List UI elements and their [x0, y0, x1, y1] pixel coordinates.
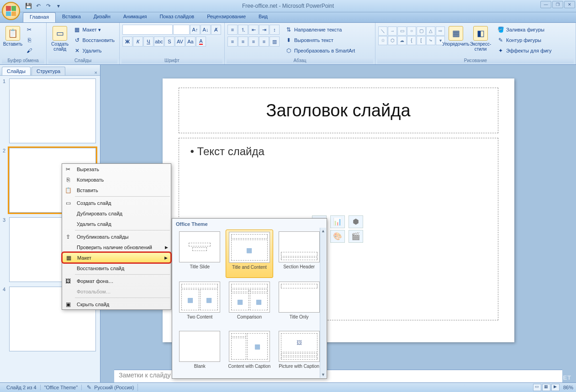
- shape-star-icon[interactable]: ☆: [378, 36, 387, 45]
- line-spacing-button[interactable]: ↕: [270, 25, 280, 35]
- status-language[interactable]: ✎ Русский (Россия): [82, 384, 138, 391]
- layout-title-content[interactable]: Title and Content: [226, 230, 274, 278]
- layout-button[interactable]: ▦Макет ▾: [72, 25, 116, 35]
- shapes-gallery[interactable]: ＼→▭○▢△⇨ ☆⬡☁{[⤷▾: [378, 25, 445, 45]
- decrease-indent-button[interactable]: ⇤: [248, 25, 259, 35]
- shape-brace-icon[interactable]: {: [407, 36, 416, 45]
- insert-clipart-icon[interactable]: 🎨: [330, 230, 345, 243]
- panel-tab-slides[interactable]: Слайды: [2, 67, 31, 75]
- reset-button[interactable]: ↺Восстановить: [72, 35, 116, 45]
- tab-slideshow[interactable]: Показ слайдов: [153, 12, 201, 22]
- arrange-button[interactable]: ▦ Упорядочить: [446, 25, 466, 47]
- increase-indent-button[interactable]: ⇥: [259, 25, 269, 35]
- insert-smartart-icon[interactable]: ⬢: [349, 215, 363, 228]
- font-color-button[interactable]: A: [196, 37, 206, 47]
- maximize-button[interactable]: ❐: [552, 1, 563, 8]
- panel-tab-outline[interactable]: Структура: [32, 67, 65, 75]
- shape-rect-icon[interactable]: ▭: [397, 26, 407, 36]
- shadow-button[interactable]: S: [164, 37, 174, 47]
- shape-arrow-icon[interactable]: →: [388, 26, 397, 36]
- justify-button[interactable]: ≡: [259, 37, 269, 47]
- sorter-view-button[interactable]: ▦: [542, 384, 550, 391]
- layout-title-slide[interactable]: Title Slide: [176, 230, 224, 278]
- slide-thumbnail-1[interactable]: [9, 78, 96, 143]
- text-direction-button[interactable]: ⇅Направление текста: [283, 25, 357, 35]
- strike-button[interactable]: abc: [154, 37, 164, 47]
- shrink-font-button[interactable]: A↓: [201, 25, 211, 35]
- normal-view-button[interactable]: ▭: [533, 384, 541, 391]
- shape-hex-icon[interactable]: ⬡: [388, 36, 397, 45]
- bullets-button[interactable]: ≡: [227, 25, 238, 35]
- shape-cloud-icon[interactable]: ☁: [397, 36, 407, 45]
- ctx-paste[interactable]: 📋Вставить: [62, 185, 171, 195]
- align-left-button[interactable]: ≡: [227, 37, 238, 47]
- shape-connector-icon[interactable]: ⤷: [426, 36, 435, 45]
- shape-outline-button[interactable]: ✎Контур фигуры: [495, 35, 554, 45]
- redo-icon[interactable]: ↷: [44, 1, 53, 10]
- ctx-reset[interactable]: Восстановить слайд: [62, 263, 171, 273]
- shape-fill-button[interactable]: 🪣Заливка фигуры: [495, 25, 554, 35]
- close-button[interactable]: ✕: [564, 1, 575, 8]
- smartart-button[interactable]: ⬡Преобразовать в SmartArt: [283, 46, 357, 56]
- columns-button[interactable]: ▥: [270, 37, 280, 47]
- ctx-duplicate[interactable]: Дублировать слайд: [62, 208, 171, 219]
- slideshow-view-button[interactable]: ▶: [551, 384, 560, 391]
- shape-arrow2-icon[interactable]: ⇨: [436, 26, 445, 36]
- bold-button[interactable]: Ж: [122, 37, 132, 47]
- tab-view[interactable]: Вид: [252, 12, 274, 22]
- zoom-value[interactable]: 86%: [563, 385, 573, 390]
- undo-icon[interactable]: ↶: [34, 1, 43, 10]
- layout-two-content[interactable]: Two Content: [176, 280, 224, 327]
- ctx-hide[interactable]: ▣Скрыть слайд: [62, 299, 171, 309]
- shape-roundrect-icon[interactable]: ▢: [417, 26, 426, 36]
- ctx-publish[interactable]: ⇪Опубликовать слайды: [62, 231, 171, 242]
- italic-button[interactable]: К: [133, 37, 143, 47]
- minimize-button[interactable]: —: [540, 1, 551, 8]
- qat-dropdown-icon[interactable]: ▾: [54, 1, 63, 10]
- font-size-select[interactable]: [173, 25, 190, 35]
- shape-line-icon[interactable]: ＼: [378, 26, 387, 36]
- grow-font-button[interactable]: A↑: [190, 25, 200, 35]
- align-right-button[interactable]: ≡: [248, 37, 259, 47]
- numbering-button[interactable]: ⒈: [238, 25, 248, 35]
- layout-title-only[interactable]: Title Only: [275, 280, 323, 327]
- layout-content-caption[interactable]: Content with Caption: [226, 329, 274, 374]
- paste-button[interactable]: 📋 Вставить: [3, 25, 23, 47]
- tab-insert[interactable]: Вставка: [56, 12, 87, 22]
- shape-ellipse-icon[interactable]: ○: [407, 26, 416, 36]
- ctx-copy[interactable]: ⎘Копировать: [62, 174, 171, 185]
- new-slide-button[interactable]: ▭ Создать слайд: [49, 25, 71, 52]
- ctx-cut[interactable]: ✂Вырезать: [62, 164, 171, 174]
- title-placeholder[interactable]: Заголовок слайда: [179, 88, 498, 133]
- shape-triangle-icon[interactable]: △: [426, 26, 435, 36]
- panel-close-icon[interactable]: ×: [95, 70, 97, 75]
- copy-button[interactable]: ⎘: [24, 35, 35, 45]
- tab-review[interactable]: Рецензирование: [201, 12, 252, 22]
- ctx-new-slide[interactable]: ▭Создать слайд: [62, 198, 171, 208]
- cut-button[interactable]: ✂: [24, 25, 35, 35]
- tab-home[interactable]: Главная: [23, 12, 56, 22]
- shape-effects-button[interactable]: ✦Эффекты для фигу: [495, 46, 554, 56]
- spacing-button[interactable]: AV: [175, 37, 185, 47]
- align-text-button[interactable]: ⬍Выровнять текст: [283, 35, 357, 45]
- layout-picture-caption[interactable]: 🖼 Picture with Caption: [275, 329, 323, 374]
- flyout-scrollbar[interactable]: [320, 228, 326, 378]
- clear-format-button[interactable]: A̸: [211, 25, 221, 35]
- align-center-button[interactable]: ≡: [238, 37, 248, 47]
- insert-chart-icon[interactable]: 📊: [330, 215, 345, 228]
- format-painter-button[interactable]: 🖌: [24, 46, 35, 56]
- office-button[interactable]: [2, 2, 20, 20]
- layout-comparison[interactable]: Comparison: [226, 280, 274, 327]
- layout-section-header[interactable]: Section Header: [275, 230, 323, 278]
- underline-button[interactable]: Ч: [143, 37, 153, 47]
- save-icon[interactable]: 💾: [24, 1, 33, 10]
- insert-media-icon[interactable]: 🎬: [349, 230, 363, 243]
- ctx-delete[interactable]: Удалить слайд: [62, 219, 171, 229]
- font-family-select[interactable]: [122, 25, 173, 35]
- tab-design[interactable]: Дизайн: [87, 12, 117, 22]
- ctx-layout[interactable]: ▦Макет▶: [62, 252, 171, 263]
- tab-animation[interactable]: Анимация: [117, 12, 153, 22]
- delete-button[interactable]: ✕Удалить: [72, 46, 116, 56]
- ctx-format-bg[interactable]: 🖼Формат фона…: [62, 276, 171, 286]
- quick-styles-button[interactable]: ◧ Экспресс-стили: [467, 25, 494, 52]
